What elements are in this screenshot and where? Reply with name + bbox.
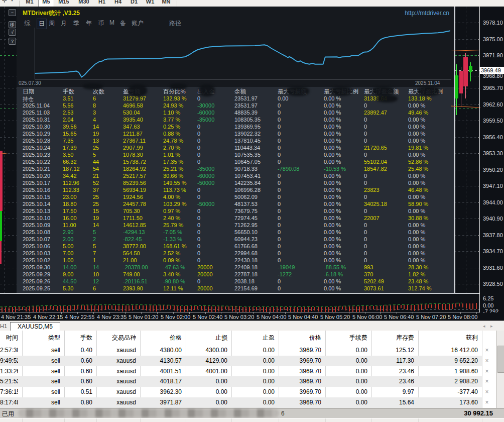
time-tick	[157, 312, 158, 314]
stats-cell: 25.21 %	[163, 166, 183, 172]
indicator-histogram-bar	[263, 307, 264, 312]
stats-cell: 2038.18	[234, 278, 255, 284]
stats-cell: 2025.10.29	[23, 131, 50, 137]
panel-confirm-button[interactable]: √	[9, 29, 16, 36]
grid-tick	[418, 418, 419, 422]
stats-cell: 0	[364, 138, 367, 144]
indicator-histogram-bar	[208, 306, 209, 312]
panel-minimize-button[interactable]: −	[9, 9, 16, 16]
time-tick	[77, 312, 78, 314]
indicator-histogram-bar	[111, 305, 112, 309]
time-label: 5 Nov 03:20	[224, 314, 254, 320]
time-label: 5 Nov 02:40	[193, 314, 222, 320]
scrollbar-thumb[interactable]	[497, 346, 504, 373]
equity-curve-chart	[35, 28, 450, 79]
price-axis[interactable]: 3969.49 3978.103975.003971.903968.803965…	[480, 7, 504, 321]
indicator-histogram-bar	[297, 307, 298, 312]
tab-scroll-right-icon[interactable]: ▸	[490, 324, 493, 329]
panel-help-button[interactable]: ?	[9, 38, 16, 45]
timeframe-button-d1[interactable]: D1	[127, 0, 142, 7]
indicator-histogram-bar	[87, 305, 88, 310]
trade-cell: 4129.00	[186, 356, 227, 366]
stats-cell: 0	[278, 257, 281, 263]
stats-cell: 1.00	[63, 257, 73, 263]
panel-menu-item-10[interactable]: 路径	[169, 19, 181, 28]
indicator-histogram-bar	[452, 304, 453, 309]
status-suffix: 6	[281, 410, 285, 417]
panel-menu-item-9[interactable]: 账户	[132, 19, 144, 28]
time-tick	[109, 312, 110, 314]
tab-scroll-left-icon[interactable]: ◂	[483, 324, 485, 329]
stats-cell: 0.00 %	[408, 124, 425, 130]
indicator-histogram-bar	[245, 307, 246, 312]
candle-fragment	[0, 241, 2, 264]
stats-cell: 54	[93, 166, 99, 172]
time-label: 4 Nov 23:35	[97, 314, 127, 320]
close-trade-button[interactable]: ×	[483, 397, 491, 408]
stats-cell: 132.93 %	[163, 95, 186, 101]
price-gridline	[454, 104, 479, 105]
stats-cell: 25.48 %	[408, 166, 428, 172]
timeframe-button-h4[interactable]: H4	[110, 0, 125, 7]
timeframe-button-h1[interactable]: H1	[94, 0, 109, 7]
indicator-histogram-bar	[390, 305, 391, 311]
stats-cell: 2.53	[63, 110, 73, 116]
stats-cell: 0.00 %	[324, 208, 341, 214]
close-trade-button[interactable]: ×	[483, 345, 491, 356]
panel-menu-item-3[interactable]: 月	[61, 19, 67, 28]
stats-cell: 0	[197, 145, 200, 151]
stats-cell: 0.00 %	[408, 138, 425, 144]
stats-cell: 10	[93, 271, 99, 277]
close-trade-button[interactable]: ×	[483, 387, 491, 397]
stats-cell: 9.00	[63, 271, 73, 277]
timeframe-button-w1[interactable]: W1	[143, 0, 158, 7]
panel-menu-item-8[interactable]: 备	[120, 19, 126, 28]
timeframe-button-m5[interactable]: M5	[38, 0, 54, 7]
stats-cell: 2.00	[63, 236, 73, 242]
close-trade-button[interactable]: ×	[483, 376, 491, 387]
stats-cell: 3	[93, 110, 96, 116]
panel-menu-item-6[interactable]: 币	[98, 19, 104, 28]
timeframe-button-m30[interactable]: M30	[74, 0, 93, 7]
crosshair-icon[interactable]: ✛	[2, 0, 7, 4]
stats-cell: -1272	[278, 271, 292, 277]
panel-menu-item-5[interactable]: 年	[86, 19, 92, 28]
indicator-histogram-bar	[380, 306, 381, 311]
panel-menu-item-7[interactable]: M	[109, 19, 114, 26]
price-gridline	[454, 39, 479, 40]
stats-cell: -60000	[197, 110, 214, 116]
panel-menu-item-2[interactable]: 周	[49, 19, 55, 28]
stats-cell: 137810.45	[234, 138, 261, 144]
price-gridline	[0, 104, 17, 105]
indicator-histogram-bar	[287, 307, 288, 311]
stats-cell: 0	[364, 222, 367, 228]
stats-cell: 1	[93, 257, 96, 263]
dropdown-arrow-icon[interactable]: ▾	[11, 0, 13, 3]
indicator-histogram-bar	[91, 305, 92, 311]
panel-url-link[interactable]: http://mtdriver.cn	[405, 10, 449, 17]
stats-cell: 持仓	[23, 95, 34, 103]
stats-cell: 0	[364, 124, 367, 130]
indicator-histogram-bar	[204, 306, 205, 311]
stats-cell: 5.00	[63, 243, 73, 249]
stats-cell: 34025.18	[364, 201, 387, 207]
chart-tab-h1[interactable]: H1	[0, 323, 7, 329]
timeframe-button-m15[interactable]: M15	[54, 0, 73, 7]
timeframe-button-mn[interactable]: MN	[159, 0, 174, 7]
stats-cell: 22994.68	[234, 250, 258, 256]
price-gridline	[454, 23, 479, 23]
time-axis[interactable]: 4 Nov 21:354 Nov 22:154 Nov 22:554 Nov 2…	[0, 312, 504, 321]
trade-cell: 4001.00	[186, 366, 227, 377]
stats-cell: 2025.10.17	[23, 180, 50, 186]
panel-move-button[interactable]: 移	[9, 21, 16, 28]
close-trade-button[interactable]: ×	[483, 356, 491, 366]
indicator-histogram-bar	[383, 305, 384, 311]
close-trade-button[interactable]: ×	[483, 366, 491, 377]
stats-cell: 18264.92	[123, 166, 146, 172]
timeframe-button-m1[interactable]: M1	[22, 0, 37, 7]
trades-scrollbar[interactable]	[496, 331, 504, 408]
panel-menu-item-0[interactable]: 综	[24, 19, 30, 28]
trade-cell: 8:17:48	[0, 397, 18, 408]
panel-menu-item-4[interactable]: 季	[73, 19, 79, 28]
price-label: 3937.80	[483, 232, 503, 238]
